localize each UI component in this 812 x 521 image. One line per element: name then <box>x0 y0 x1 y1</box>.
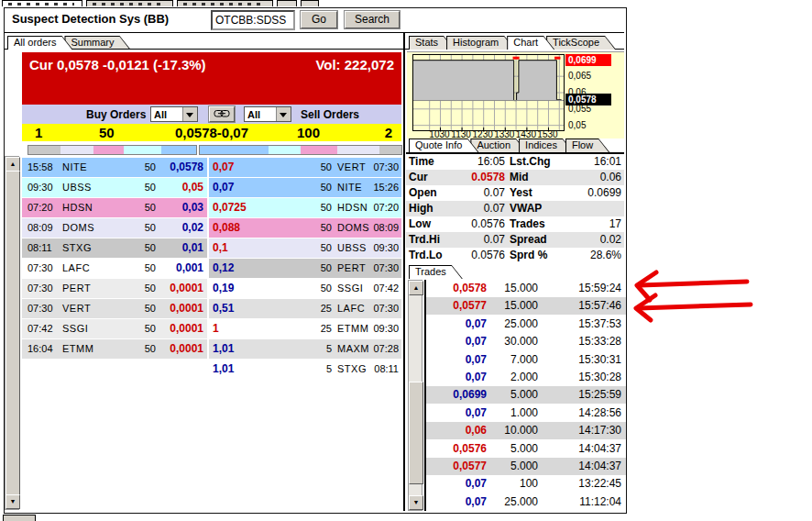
quote-info-row: Cur0.0578Mid0.06 <box>406 170 624 185</box>
quote-value: 0.0576 <box>471 248 505 263</box>
trade-row[interactable]: 0,057815.00015:59:24 <box>426 280 626 297</box>
ask-row[interactable]: 125ETMM09:30 <box>209 319 401 338</box>
tab-tickscope[interactable]: TickScope <box>546 36 616 50</box>
tab-label: Indices <box>525 139 557 150</box>
bid-row[interactable]: 07:30LAFC500,001 <box>22 259 207 278</box>
ask-row[interactable]: 0,0750VERT07:30 <box>209 158 401 177</box>
trade-row[interactable]: 0,0730.00015:33:28 <box>426 333 626 350</box>
bid-row[interactable]: 16:04ETMM500,0001 <box>22 339 207 359</box>
bid-row[interactable]: 07:30PERT500,0001 <box>22 279 207 298</box>
quote-value: 0.0699 <box>587 185 621 201</box>
ask-depth-bar <box>199 145 402 155</box>
tab-label: Chart <box>513 37 538 48</box>
cut-off-tab[interactable] <box>301 0 319 6</box>
trades-scrollbar[interactable]: ▲ ▼ <box>408 280 422 511</box>
trade-time: 15:33:28 <box>578 333 621 350</box>
trade-row[interactable]: 0,0725.00015:37:53 <box>426 316 626 333</box>
ask-time: 15:26 <box>373 178 399 197</box>
ask-row[interactable]: 1,015MAXM07:28 <box>209 339 401 359</box>
trade-row[interactable]: 0,057715.00015:57:46 <box>426 297 626 315</box>
go-button[interactable]: Go <box>301 11 337 28</box>
trade-row[interactable]: 0,071.00014:28:56 <box>426 405 626 422</box>
trade-row[interactable]: 0,06995.00015:25:59 <box>426 386 626 404</box>
bid-size: 50 <box>145 158 156 177</box>
buy-orders-filter-dropdown[interactable]: All <box>150 106 198 122</box>
bid-row[interactable]: 15:58NITE500,0578 <box>22 158 207 177</box>
tab-label: Trades <box>415 266 446 277</box>
bid-row[interactable]: 07:42SSGI500,0001 <box>22 319 207 338</box>
tab-flow[interactable]: Flow <box>565 139 609 152</box>
trade-row[interactable]: 0,05775.00014:04:37 <box>426 458 626 475</box>
scrollbar-thumb[interactable] <box>5 171 20 496</box>
bid-price: 0,02 <box>182 218 203 238</box>
ask-row[interactable]: 0,1950SSGI07:42 <box>209 279 401 298</box>
chevron-down-icon[interactable] <box>276 107 291 121</box>
symbol-input[interactable] <box>211 10 295 30</box>
quote-label: Lst.Chg <box>510 154 551 170</box>
bid-row[interactable]: 07:30VERT500,0001 <box>22 299 207 318</box>
tab-label: All orders <box>14 37 56 48</box>
scroll-up-button[interactable]: ▲ <box>409 281 423 295</box>
y-tick-label: 0,065 <box>568 71 591 81</box>
tab-trades[interactable]: Trades <box>409 265 463 279</box>
trade-price: 0,07 <box>466 316 487 333</box>
depth-segment <box>200 146 269 154</box>
bid-row[interactable]: 08:11STXG500,01 <box>22 238 207 258</box>
tab-chart[interactable]: Chart <box>507 36 554 50</box>
ask-row[interactable]: 0,0750NITE15:26 <box>209 178 401 197</box>
best-ask: -0,07 <box>217 125 248 140</box>
ask-row[interactable]: 0,150UBSS09:30 <box>209 238 401 258</box>
tab-label: Histogram <box>453 37 499 48</box>
chevron-down-icon[interactable] <box>182 107 197 121</box>
trade-size: 25.000 <box>504 493 538 511</box>
bid-row[interactable]: 09:30UBSS500,05 <box>22 178 207 197</box>
bid-row[interactable]: 07:20HDSN500,03 <box>22 198 207 217</box>
trade-time: 15:30:28 <box>578 369 621 386</box>
order-book-scrollbar[interactable]: ▲ ▼ <box>5 156 19 510</box>
trade-time: 14:28:56 <box>578 405 621 422</box>
ask-row[interactable]: 0,072550HDSN07:20 <box>209 198 401 217</box>
red-arrow-icon <box>637 272 656 300</box>
y-tick-label: 0,05 <box>568 120 586 130</box>
tab-label: TickScope <box>553 37 599 48</box>
scroll-down-button[interactable]: ▼ <box>5 494 20 509</box>
scroll-down-button[interactable]: ▼ <box>409 495 423 510</box>
cut-off-tab[interactable] <box>177 0 273 6</box>
tab-all-orders[interactable]: All orders <box>7 36 72 50</box>
quote-label: Trd.Hi <box>409 232 440 248</box>
tab-summary[interactable]: Summary <box>64 36 130 50</box>
sell-orders-filter-dropdown[interactable]: All <box>244 106 291 122</box>
trade-row[interactable]: 0,072.00015:30:28 <box>426 369 626 386</box>
ask-row[interactable]: 0,08850DOMS08:09 <box>209 218 401 238</box>
scroll-up-button[interactable]: ▲ <box>5 157 20 172</box>
trade-size: 15.000 <box>504 280 538 297</box>
link-filters-button[interactable] <box>209 106 235 122</box>
trade-size: 2.000 <box>510 369 538 386</box>
trade-row[interactable]: 0,0610.00014:17:30 <box>426 422 626 439</box>
cut-off-tab[interactable] <box>2 0 82 6</box>
tab-text-remnant <box>93 3 165 6</box>
bid-row[interactable]: 08:09DOMS500,02 <box>22 218 207 238</box>
quote-label: Time <box>409 154 434 170</box>
ask-row[interactable]: 0,5125LAFC07:30 <box>209 299 401 318</box>
ask-row[interactable]: 0,1250PERT07:30 <box>209 259 401 278</box>
trade-size: 10.000 <box>504 422 538 439</box>
cut-off-tab[interactable] <box>86 0 173 6</box>
bid-price: 0,0001 <box>170 319 203 338</box>
trade-row[interactable]: 0,077.00015:30:31 <box>426 351 626 369</box>
tab-quote-info[interactable]: Quote Info <box>409 139 478 152</box>
scrollbar-thumb[interactable] <box>409 382 423 484</box>
quote-value: 16:01 <box>594 154 621 170</box>
depth-segment <box>301 146 337 154</box>
cut-off-tab[interactable] <box>277 0 297 6</box>
trade-row[interactable]: 0,0710013:22:45 <box>426 475 626 493</box>
tab-histogram[interactable]: Histogram <box>446 36 515 50</box>
ask-time: 08:09 <box>373 218 399 238</box>
ask-price: 0,0725 <box>213 198 247 217</box>
depth-segment <box>93 146 124 154</box>
quote-info-row: Trd.Lo0.0576Sprd %28.6% <box>406 248 624 263</box>
ask-row[interactable]: 1,015STXG08:11 <box>209 360 401 379</box>
trade-row[interactable]: 0,05765.00014:04:37 <box>426 440 626 458</box>
trade-row[interactable]: 0,0725.00011:12:04 <box>426 493 626 511</box>
search-button[interactable]: Search <box>345 11 400 28</box>
